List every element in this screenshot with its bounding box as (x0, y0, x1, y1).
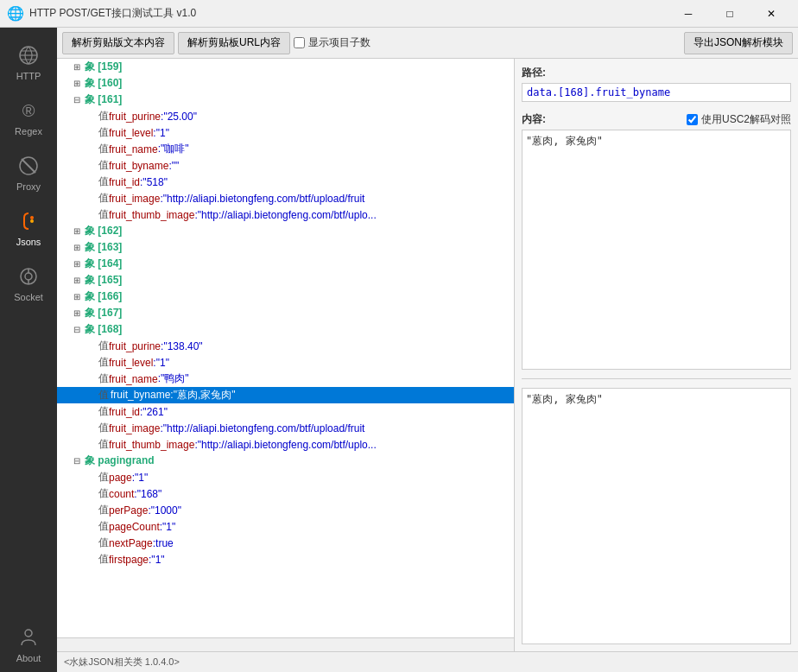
expand-icon[interactable]: ⊟ (71, 455, 83, 467)
tree-row[interactable]: 值 page:"1" (57, 469, 514, 485)
expand-icon[interactable]: ⊟ (71, 324, 83, 336)
expand-icon[interactable]: ⊞ (71, 275, 83, 287)
node-value-selected: fruit_byname:"蒽肉,家兔肉" (109, 388, 238, 403)
tree-row[interactable]: 值 fruit_name:"咖啡" (57, 141, 514, 157)
tree-row[interactable]: ⊞象 [167] (57, 305, 514, 321)
tree-hscroll[interactable] (57, 637, 514, 651)
tree-row[interactable]: 值 fruit_image:"http://aliapi.bietongfeng… (57, 420, 514, 436)
show-count-input[interactable] (294, 37, 305, 48)
title-bar: 🌐 HTTP POST/GET接口测试工具 v1.0 ─ □ ✕ (0, 0, 798, 28)
expand-icon[interactable]: ⊞ (71, 258, 83, 270)
expand-spacer (85, 160, 97, 172)
expand-spacer (85, 209, 97, 221)
node-value-val: :"1" (153, 127, 169, 139)
tree-row[interactable]: 值 fruit_name:"鸭肉" (57, 371, 514, 387)
tree-row[interactable]: 值 fruit_level:"1" (57, 354, 514, 371)
export-btn[interactable]: 导出JSON解析模块 (684, 32, 793, 54)
expand-spacer (85, 340, 97, 352)
http-icon (16, 43, 41, 67)
tree-row[interactable]: 值 fruit_thumb_image:"http://aliapi.bieto… (57, 436, 514, 453)
tree-row[interactable]: 值 nextPage:true (57, 535, 514, 551)
content-top-textarea[interactable] (522, 130, 791, 370)
proxy-icon (16, 154, 41, 178)
node-label: 象 [163] (85, 240, 122, 255)
sidebar-item-socket[interactable]: Socket (0, 256, 57, 311)
usc2-input[interactable] (687, 114, 698, 125)
right-panel: 路径: 内容: 使用USC2解码对照 (515, 59, 798, 651)
svg-point-12 (25, 630, 32, 637)
tree-row[interactable]: 值 count:"168" (57, 485, 514, 502)
tree-row[interactable]: 值 fruit_id:"261" (57, 403, 514, 420)
sidebar-about-label: About (16, 653, 41, 663)
tree-scroll[interactable]: ⊞象 [159]⊞象 [160]⊟象 [161]值 fruit_purine:"… (57, 59, 514, 637)
tree-row[interactable]: ⊟象 pagingrand (57, 453, 514, 469)
content-label: 内容: (522, 112, 546, 127)
socket-icon (16, 264, 41, 288)
tree-row[interactable]: ⊞象 [162] (57, 223, 514, 239)
node-label: 象 [165] (85, 273, 122, 288)
expand-spacer (85, 504, 97, 517)
tree-row[interactable]: 值 fruit_byname:"" (57, 157, 514, 174)
node-key: 值 (98, 355, 109, 370)
tree-row[interactable]: 值 fruit_level:"1" (57, 124, 514, 141)
tree-row[interactable]: 值 fruit_byname:"蒽肉,家兔肉" (57, 387, 514, 403)
tree-row[interactable]: ⊞象 [165] (57, 272, 514, 288)
usc2-checkbox[interactable]: 使用USC2解码对照 (687, 112, 791, 127)
node-value-key: fruit_id (109, 406, 140, 418)
tree-row[interactable]: ⊞象 [163] (57, 239, 514, 256)
node-value-key: perPage (109, 504, 148, 517)
sidebar-item-jsons[interactable]: Jsons (0, 200, 57, 256)
sidebar-item-about[interactable]: About (0, 617, 57, 672)
svg-line-5 (22, 159, 35, 173)
close-button[interactable]: ✕ (751, 0, 791, 28)
tree-row[interactable]: ⊞象 [166] (57, 288, 514, 305)
sidebar-item-http[interactable]: HTTP (0, 35, 57, 90)
tree-row[interactable]: 值 fruit_purine:"138.40" (57, 338, 514, 354)
content-bottom-textarea[interactable] (522, 388, 791, 645)
tree-row[interactable]: 值 perPage:"1000" (57, 502, 514, 518)
tree-row[interactable]: 值 fruit_thumb_image:"http://aliapi.bieto… (57, 206, 514, 223)
maximize-button[interactable]: □ (710, 0, 750, 28)
tree-row[interactable]: 值 fruit_image:"http://aliapi.bietongfeng… (57, 190, 514, 206)
content-label-row: 内容: 使用USC2解码对照 (522, 112, 791, 127)
split-pane: ⊞象 [159]⊞象 [160]⊟象 [161]值 fruit_purine:"… (57, 59, 798, 651)
tree-row[interactable]: ⊞象 [159] (57, 59, 514, 75)
tree-row[interactable]: ⊟象 [168] (57, 321, 514, 338)
parse-text-btn[interactable]: 解析剪贴版文本内容 (62, 32, 174, 54)
parse-url-btn[interactable]: 解析剪贴板URL内容 (178, 32, 290, 54)
expand-icon[interactable]: ⊞ (71, 225, 83, 238)
tree-row[interactable]: 值 fruit_purine:"25.00" (57, 108, 514, 124)
sidebar-jsons-label: Jsons (16, 237, 41, 247)
expand-icon[interactable]: ⊟ (71, 94, 83, 106)
tree-row[interactable]: ⊟象 [161] (57, 92, 514, 108)
expand-icon[interactable]: ⊞ (71, 307, 83, 320)
tree-row[interactable]: 值 firstpage:"1" (57, 551, 514, 567)
node-value-key: fruit_thumb_image (109, 439, 194, 451)
node-value-val: :"1" (132, 472, 149, 484)
expand-icon[interactable]: ⊞ (71, 78, 83, 90)
node-key: 值 (98, 519, 109, 534)
path-input[interactable] (522, 83, 791, 102)
expand-icon[interactable]: ⊞ (71, 291, 83, 303)
path-label: 路径: (522, 66, 546, 80)
tree-row[interactable]: 值 pageCount:"1" (57, 518, 514, 535)
node-key: 值 (98, 552, 109, 567)
sidebar-regex-label: Regex (15, 126, 42, 136)
expand-spacer (85, 422, 97, 434)
about-icon (16, 625, 41, 650)
sidebar-item-proxy[interactable]: Proxy (0, 145, 57, 200)
content-bottom-section (522, 388, 791, 645)
tree-row[interactable]: ⊞象 [160] (57, 75, 514, 92)
sidebar-item-regex[interactable]: ® Regex (0, 90, 57, 145)
expand-icon[interactable]: ⊞ (71, 61, 83, 73)
sidebar-proxy-label: Proxy (16, 181, 41, 192)
expand-spacer (85, 127, 97, 139)
expand-icon[interactable]: ⊞ (71, 242, 83, 254)
node-key: 值 (98, 421, 109, 435)
minimize-button[interactable]: ─ (668, 0, 708, 28)
show-count-checkbox[interactable]: 显示项目子数 (294, 35, 370, 50)
node-value-val: :"25.00" (161, 111, 197, 123)
tree-row[interactable]: 值 fruit_id:"518" (57, 174, 514, 190)
node-value-val: :true (153, 537, 174, 549)
tree-row[interactable]: ⊞象 [164] (57, 256, 514, 272)
